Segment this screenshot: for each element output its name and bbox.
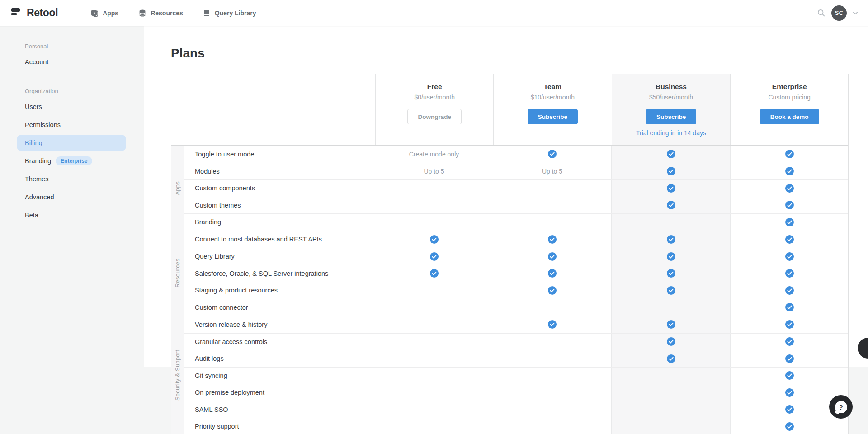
search-icon[interactable] bbox=[817, 9, 826, 17]
check-icon bbox=[785, 405, 794, 414]
plan-cell-team bbox=[493, 334, 611, 350]
sidebar-item-row: Account bbox=[17, 53, 126, 71]
check-icon bbox=[785, 201, 794, 209]
plan-price: $10/user/month bbox=[531, 93, 575, 102]
plan-cell-business bbox=[611, 180, 730, 197]
plan-cell-free bbox=[375, 214, 493, 231]
sidebar-item-advanced[interactable]: Advanced bbox=[17, 189, 126, 205]
plan-cell-business bbox=[611, 231, 730, 248]
feature-label: Toggle to user mode bbox=[184, 146, 375, 163]
check-icon bbox=[785, 354, 794, 363]
trial-ending-link[interactable]: Trial ending in in 14 days bbox=[636, 128, 706, 137]
sidebar-item-users[interactable]: Users bbox=[17, 99, 126, 114]
plan-price: $0/user/month bbox=[414, 93, 455, 102]
sidebar-item-permissions[interactable]: Permissions bbox=[17, 117, 126, 132]
query-library-icon bbox=[203, 9, 211, 17]
nav-item-resources[interactable]: Resources bbox=[138, 9, 183, 17]
plan-cell-team bbox=[493, 231, 611, 248]
plan-cell-free bbox=[375, 180, 493, 197]
retool-logo-icon bbox=[10, 6, 22, 20]
table-row-custom-components: Custom components bbox=[184, 179, 848, 197]
plan-cell-free bbox=[375, 418, 493, 434]
sidebar-item-row: Permissions bbox=[17, 116, 126, 134]
plan-name: Team bbox=[544, 83, 561, 91]
plan-cell-team bbox=[493, 368, 611, 384]
plan-cell-free bbox=[375, 368, 493, 384]
check-icon bbox=[785, 184, 794, 193]
nav-item-apps[interactable]: Apps bbox=[90, 9, 118, 17]
book-a-demo-button-enterprise[interactable]: Book a demo bbox=[760, 109, 819, 124]
group-rows: Toggle to user modeCreate mode onlyModul… bbox=[184, 146, 848, 231]
nav-item-label: Apps bbox=[103, 9, 118, 17]
feature-label: Modules bbox=[184, 163, 375, 180]
resources-icon bbox=[138, 9, 146, 17]
plan-cell-free bbox=[375, 282, 493, 299]
table-row-custom-themes: Custom themes bbox=[184, 197, 848, 214]
group-label-column: Apps bbox=[171, 146, 184, 231]
check-icon bbox=[785, 269, 794, 278]
plans-table-header: Free$0/user/monthDowngradeTeam$10/user/m… bbox=[171, 74, 848, 146]
nav-item-query-library[interactable]: Query Library bbox=[203, 9, 256, 17]
feature-label: Branding bbox=[184, 214, 375, 231]
nav-item-label: Resources bbox=[151, 9, 183, 17]
table-row-query-library: Query Library bbox=[184, 248, 848, 265]
check-icon bbox=[548, 150, 557, 158]
plan-cell-business bbox=[611, 163, 730, 180]
plan-header-enterprise: EnterpriseCustom pricingBook a demo bbox=[730, 74, 848, 145]
help-button[interactable]: ? bbox=[829, 395, 853, 419]
plan-cell-free bbox=[375, 401, 493, 418]
plan-cell-free bbox=[375, 248, 493, 265]
sidebar-item-row: Billing bbox=[17, 134, 126, 152]
plan-cell-enterprise bbox=[730, 368, 848, 384]
subscribe-button-business[interactable]: Subscribe bbox=[646, 109, 696, 124]
chevron-down-icon[interactable] bbox=[853, 11, 858, 15]
plan-cell-team bbox=[493, 418, 611, 434]
sidebar-item-billing[interactable]: Billing bbox=[17, 135, 126, 151]
feature-group-apps: AppsToggle to user modeCreate mode onlyM… bbox=[171, 146, 848, 231]
check-icon bbox=[667, 252, 675, 261]
sidebar-item-beta[interactable]: Beta bbox=[17, 208, 126, 223]
plans-table: Free$0/user/monthDowngradeTeam$10/user/m… bbox=[171, 74, 849, 434]
check-icon bbox=[667, 150, 675, 158]
check-icon bbox=[430, 252, 439, 261]
group-label: Resources bbox=[174, 259, 181, 288]
sidebar-item-label: Users bbox=[25, 103, 42, 110]
sidebar-item-row: Beta bbox=[17, 206, 126, 224]
plan-cell-business bbox=[611, 316, 730, 333]
feature-group-resources: ResourcesConnect to most databases and R… bbox=[171, 231, 848, 316]
plan-header-business: Business$50/user/monthSubscribeTrial end… bbox=[612, 74, 731, 145]
plan-cell-business bbox=[611, 265, 730, 282]
plan-cell-enterprise bbox=[730, 334, 848, 350]
group-label: Apps bbox=[174, 181, 181, 195]
feature-label: Salesforce, Oracle, & SQL Server integra… bbox=[184, 265, 375, 282]
downgrade-button-free[interactable]: Downgrade bbox=[407, 109, 462, 124]
feature-label: Granular access controls bbox=[184, 334, 375, 350]
check-icon bbox=[785, 235, 794, 244]
plan-cell-business bbox=[611, 368, 730, 384]
plan-cell-free bbox=[375, 265, 493, 282]
sidebar-item-themes[interactable]: Themes bbox=[17, 171, 126, 187]
subscribe-button-team[interactable]: Subscribe bbox=[528, 109, 578, 124]
check-icon bbox=[785, 167, 794, 175]
table-row-salesforce-oracle-sql-server-integrations: Salesforce, Oracle, & SQL Server integra… bbox=[184, 265, 848, 282]
check-icon bbox=[785, 388, 794, 397]
sidebar-item-account[interactable]: Account bbox=[17, 54, 126, 70]
plan-cell-team bbox=[493, 384, 611, 401]
apps-icon bbox=[90, 9, 99, 17]
top-navbar: Retool AppsResourcesQuery Library SC bbox=[0, 0, 868, 26]
feature-label: Version release & history bbox=[184, 316, 375, 333]
group-label: Security & Support bbox=[174, 350, 181, 401]
table-row-modules: ModulesUp to 5Up to 5 bbox=[184, 163, 848, 180]
sidebar-item-label: Account bbox=[25, 58, 48, 66]
nav-items: AppsResourcesQuery Library bbox=[90, 9, 256, 17]
sidebar-item-label: Billing bbox=[25, 139, 42, 146]
sidebar-item-branding[interactable]: BrandingEnterprise bbox=[17, 153, 126, 169]
sidebar-section-personal: PersonalAccount bbox=[17, 42, 126, 71]
table-row-custom-connector: Custom connector bbox=[184, 299, 848, 316]
retool-logo[interactable]: Retool bbox=[0, 6, 58, 20]
check-icon bbox=[667, 320, 675, 329]
avatar[interactable]: SC bbox=[831, 5, 847, 21]
plan-cell-enterprise bbox=[730, 384, 848, 401]
logo-text: Retool bbox=[27, 7, 58, 19]
plan-cell-team: Up to 5 bbox=[493, 163, 611, 180]
